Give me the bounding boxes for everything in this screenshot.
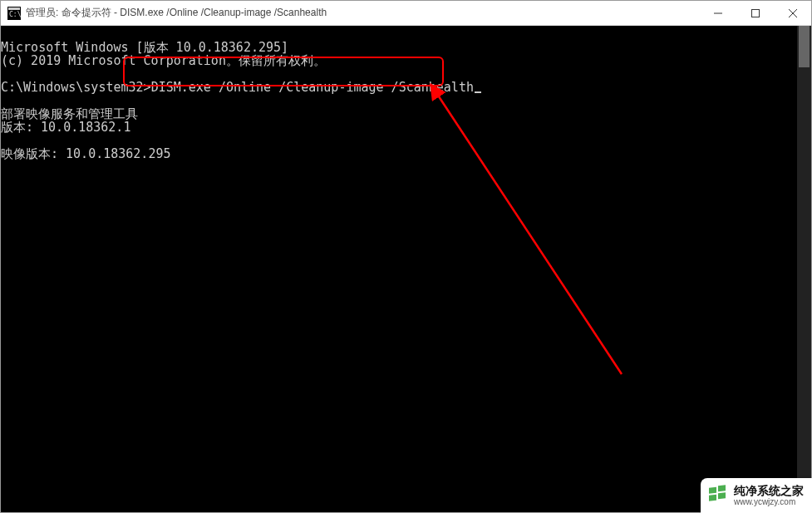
- vertical-scrollbar[interactable]: [797, 26, 811, 512]
- terminal-output[interactable]: Microsoft Windows [版本 10.0.18362.295] (c…: [1, 26, 797, 512]
- prompt-path: C:\Windows\system32>: [1, 80, 151, 95]
- close-button[interactable]: [774, 1, 811, 25]
- prompt-line: C:\Windows\system32>DISM.exe /Online /Cl…: [1, 80, 481, 95]
- output-line: 版本: 10.0.18362.1: [1, 120, 130, 135]
- watermark: 纯净系统之家 www.ycwjzy.com: [701, 478, 812, 513]
- svg-rect-11: [709, 495, 716, 501]
- svg-rect-10: [718, 485, 726, 491]
- terminal-area: Microsoft Windows [版本 10.0.18362.295] (c…: [1, 26, 811, 512]
- cursor: [475, 91, 481, 93]
- maximize-button[interactable]: [736, 1, 774, 25]
- scrollbar-thumb[interactable]: [799, 26, 810, 67]
- watermark-text: 纯净系统之家 www.ycwjzy.com: [734, 485, 804, 506]
- svg-rect-12: [718, 492, 726, 499]
- watermark-logo-icon: [707, 485, 729, 506]
- cmd-icon: C:\: [7, 7, 21, 20]
- output-line: (c) 2019 Microsoft Corporation。保留所有权利。: [1, 53, 326, 68]
- svg-rect-1: [8, 7, 20, 10]
- svg-rect-4: [751, 9, 759, 17]
- svg-rect-9: [709, 487, 716, 494]
- titlebar[interactable]: C:\ 管理员: 命令提示符 - DISM.exe /Online /Clean…: [1, 1, 811, 26]
- cmd-window: C:\ 管理员: 命令提示符 - DISM.exe /Online /Clean…: [0, 0, 812, 513]
- minimize-button[interactable]: [699, 1, 736, 25]
- window-title: 管理员: 命令提示符 - DISM.exe /Online /Cleanup-i…: [26, 6, 699, 20]
- watermark-title: 纯净系统之家: [734, 485, 804, 497]
- window-controls: [699, 1, 811, 25]
- output-line: 映像版本: 10.0.18362.295: [1, 146, 171, 161]
- svg-text:C:\: C:\: [9, 11, 21, 18]
- watermark-url: www.ycwjzy.com: [734, 497, 804, 506]
- prompt-command: DISM.exe /Online /Cleanup-image /Scanhea…: [151, 80, 474, 95]
